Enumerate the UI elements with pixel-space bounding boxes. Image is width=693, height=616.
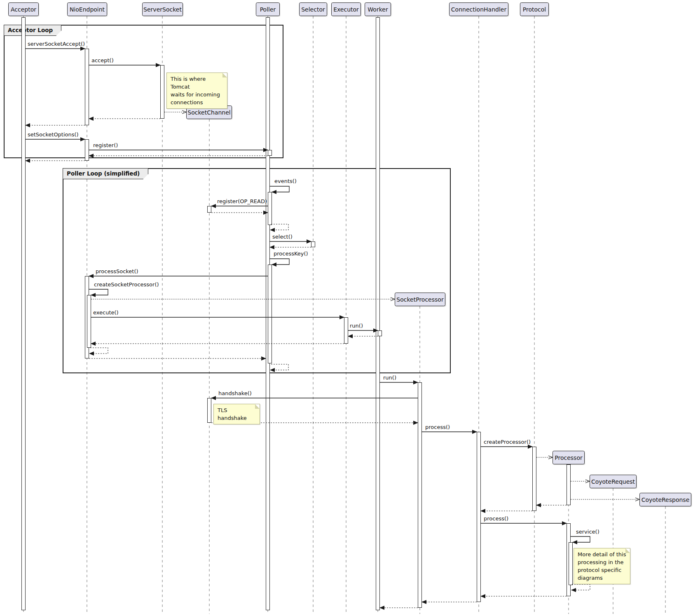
participant-acceptor-label: Acceptor [11, 6, 36, 13]
object-processor: Processor [553, 451, 585, 464]
note-accept-wait: This is where Tomcat waits for incoming … [166, 73, 227, 109]
object-socketchannel-label: SocketChannel [187, 109, 230, 116]
label-handshake: handshake() [218, 390, 252, 396]
participant-worker-label: Worker [368, 6, 388, 13]
sequence-diagram: Acceptor Loop Poller Loop (simplified) [0, 0, 693, 616]
arrow-service-self [571, 536, 590, 542]
label-setsocketoptions: setSocketOptions() [28, 131, 79, 138]
object-socketprocessor-label: SocketProcessor [396, 296, 443, 303]
participant-executor-label: Executor [333, 6, 359, 13]
label-register: register() [93, 142, 118, 148]
participant-poller: Poller [256, 2, 280, 16]
arrow-nioendpoint-self-return [89, 348, 108, 354]
label-process: process() [425, 424, 450, 430]
object-coyoteresponse: CoyoteResponse [639, 493, 691, 506]
label-run: run() [350, 323, 363, 329]
note-more-detail: More detail of this processing in the pr… [574, 548, 630, 584]
message-arrows [0, 0, 693, 616]
label-register-opread: register(OP_READ) [217, 198, 267, 204]
participant-selector: Selector [299, 2, 327, 16]
label-createsocketprocessor: createSocketProcessor() [94, 281, 159, 288]
participant-nioendpoint-label: NioEndpoint [70, 6, 105, 13]
label-createprocessor: createProcessor() [484, 439, 531, 445]
participant-executor: Executor [331, 2, 361, 16]
participant-serversocket: ServerSocket [142, 2, 183, 16]
label-run2: run() [383, 375, 396, 381]
arrow-poller-self-return [270, 364, 288, 370]
participant-selector-label: Selector [301, 6, 325, 13]
arrow-processor-self-return [571, 584, 590, 590]
label-processsocket: processSocket() [96, 268, 138, 274]
label-accept: accept() [91, 57, 114, 63]
participant-connectionhandler-label: ConnectionHandler [451, 6, 506, 13]
participant-serversocket-label: ServerSocket [143, 6, 182, 13]
participant-protocol: Protocol [520, 2, 549, 16]
label-serversocketaccept: serverSocketAccept() [28, 41, 85, 47]
arrow-events-self-return [270, 224, 288, 230]
participant-nioendpoint: NioEndpoint [67, 2, 107, 16]
note-tls-handshake: TLS handshake [213, 404, 260, 424]
arrow-events-self [270, 186, 289, 192]
label-process2: process() [484, 515, 508, 522]
participant-acceptor: Acceptor [8, 2, 39, 16]
participant-worker: Worker [365, 2, 391, 16]
participant-poller-label: Poller [260, 6, 276, 13]
object-processor-label: Processor [555, 454, 582, 461]
label-processkey: processKey() [274, 251, 308, 257]
participant-protocol-label: Protocol [523, 6, 546, 13]
object-socketprocessor: SocketProcessor [395, 293, 445, 306]
label-service: service() [576, 529, 599, 535]
participant-connectionhandler: ConnectionHandler [449, 2, 508, 16]
object-coyoteresponse-label: CoyoteResponse [641, 497, 690, 503]
arrow-createsocketprocessor-self [89, 289, 108, 295]
arrow-processkey-self [270, 259, 289, 265]
label-select: select() [272, 234, 293, 240]
label-events: events() [274, 178, 297, 184]
object-coyoterequest: CoyoteRequest [590, 475, 637, 488]
label-execute: execute() [93, 309, 119, 316]
object-coyoterequest-label: CoyoteRequest [591, 478, 635, 485]
